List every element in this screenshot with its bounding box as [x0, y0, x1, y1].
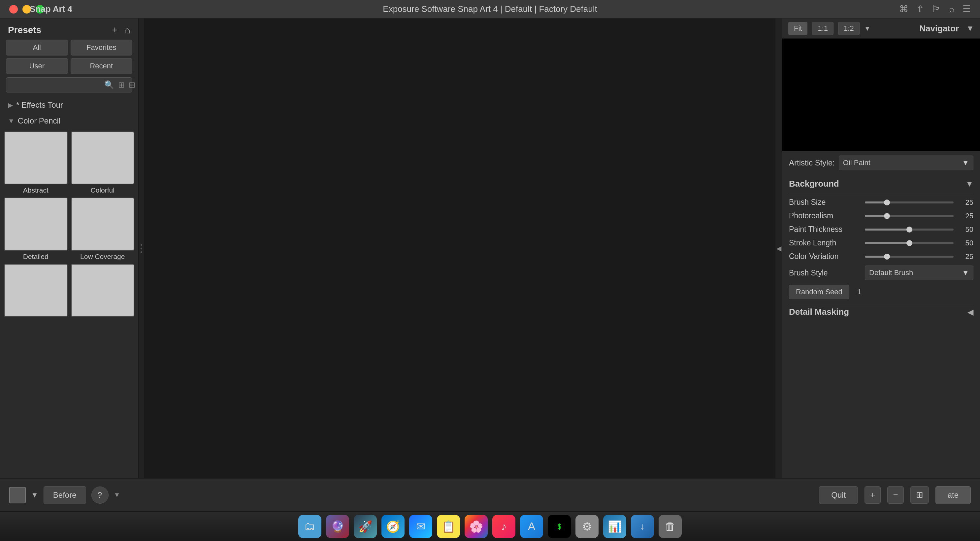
color-variation-fill	[865, 255, 887, 258]
brush-style-select[interactable]: Default Brush ▼	[865, 265, 974, 280]
resize-handle-left[interactable]	[138, 19, 144, 478]
resize-dot-1	[140, 244, 142, 246]
grid-collapse-icon[interactable]: ⊞	[118, 80, 125, 89]
zoom-1-2-button[interactable]: 1:2	[838, 22, 859, 35]
brush-size-thumb[interactable]	[884, 199, 890, 206]
resize-dot-2	[140, 248, 142, 249]
zoom-1-1-button[interactable]: 1:1	[812, 22, 834, 35]
preset-detailed[interactable]: Detailed	[4, 198, 68, 260]
close-button[interactable]	[9, 5, 18, 14]
photorealism-thumb[interactable]	[884, 213, 890, 219]
preset-colorful[interactable]: Colorful	[71, 131, 135, 194]
dock-rocketship[interactable]: 🚀	[354, 515, 377, 538]
stroke-length-track[interactable]	[865, 242, 954, 244]
brush-size-track[interactable]	[865, 201, 954, 203]
before-button[interactable]: Before	[43, 486, 86, 504]
preset-thumb-6	[71, 264, 135, 317]
tree-label-effects-tour: * Effects Tour	[16, 101, 130, 110]
script-icon[interactable]: ⌘	[899, 4, 908, 14]
grid-button[interactable]: ⊞	[910, 486, 929, 504]
swatch-arrow[interactable]: ▼	[31, 491, 38, 500]
preset-item-6[interactable]	[71, 264, 135, 319]
tree-item-effects-tour[interactable]: ▶ * Effects Tour	[0, 97, 138, 113]
paint-thickness-track[interactable]	[865, 228, 954, 231]
zoom-fit-button[interactable]: Fit	[788, 22, 807, 35]
grid-view-icon[interactable]: ⊟	[129, 80, 135, 89]
quit-button[interactable]: Quit	[819, 486, 858, 504]
canvas-area	[144, 19, 775, 478]
detail-masking-arrow[interactable]: ◀	[967, 308, 974, 317]
help-dropdown-arrow[interactable]: ▼	[114, 491, 121, 499]
search-magnifier-icon[interactable]: 🔍	[104, 80, 114, 89]
preset-abstract[interactable]: Abstract	[4, 131, 68, 194]
random-seed-button[interactable]: Random Seed	[789, 285, 850, 299]
brush-size-row: Brush Size 25	[789, 198, 974, 207]
navigator-expand-icon[interactable]: ▼	[966, 24, 974, 33]
artistic-style-select[interactable]: Oil Paint ▼	[839, 156, 974, 170]
window-title: Exposure Software Snap Art 4 | Default |…	[383, 4, 597, 14]
dock-mail[interactable]: ✉	[409, 515, 432, 538]
brush-style-value: Default Brush	[869, 268, 913, 277]
filter-favorites-button[interactable]: Favorites	[71, 40, 133, 56]
tree-arrow-effects-tour: ▶	[8, 101, 13, 109]
navigator-preview	[782, 39, 980, 151]
dock-music[interactable]: ♪	[492, 515, 515, 538]
paint-thickness-value: 50	[957, 225, 974, 234]
dock-siri[interactable]: 🔮	[326, 515, 349, 538]
tree-arrow-color-pencil: ▼	[8, 117, 14, 125]
tree-item-color-pencil[interactable]: ▼ Color Pencil	[0, 113, 138, 129]
dock-appstore[interactable]: A	[520, 515, 543, 538]
dock-photos[interactable]: 🌸	[465, 515, 488, 538]
navigator-header: Fit 1:1 1:2 ▼ Navigator ▼	[782, 19, 980, 39]
filter-user-button[interactable]: User	[6, 58, 68, 74]
right-panel-collapse[interactable]: ◀	[775, 19, 782, 478]
stroke-length-thumb[interactable]	[907, 240, 912, 246]
dock-notes[interactable]: 📋	[437, 515, 460, 538]
paint-thickness-row: Paint Thickness 50	[789, 225, 974, 234]
dock-safari[interactable]: 🧭	[382, 515, 404, 538]
preset-thumb-detailed	[4, 198, 68, 251]
preset-thumb-abstract	[4, 131, 68, 184]
zoom-dropdown-arrow[interactable]: ▼	[864, 25, 871, 32]
dock-terminal[interactable]: $	[548, 515, 571, 538]
artistic-style-label: Artistic Style:	[789, 158, 835, 168]
save-button[interactable]: ate	[935, 486, 971, 504]
color-variation-label: Color Variation	[789, 252, 862, 261]
color-variation-track[interactable]	[865, 255, 954, 258]
menu-icon[interactable]: ☰	[963, 4, 971, 14]
dock-keynote[interactable]: 📊	[603, 515, 626, 538]
photorealism-track[interactable]	[865, 215, 954, 217]
photorealism-label: Photorealism	[789, 211, 862, 220]
minus-button[interactable]: −	[887, 486, 904, 504]
titlebar-right-icons: ⌘ ⇧ 🏳 ⌕ ☰	[899, 4, 971, 14]
navigator-title: Navigator	[919, 24, 959, 34]
controls-area: Artistic Style: Oil Paint ▼ Background ▼…	[782, 151, 980, 478]
brush-size-value: 25	[957, 198, 974, 207]
add-button[interactable]: +	[864, 486, 881, 504]
switch-icon[interactable]: ⇧	[916, 4, 924, 14]
paint-thickness-label: Paint Thickness	[789, 225, 862, 234]
brush-style-arrow: ▼	[962, 268, 969, 277]
background-section-arrow[interactable]: ▼	[966, 179, 974, 188]
preset-low-coverage[interactable]: Low Coverage	[71, 198, 135, 260]
dock-downloads[interactable]: ↓	[631, 515, 654, 538]
filter-recent-button[interactable]: Recent	[71, 58, 133, 74]
stroke-length-value: 50	[957, 239, 974, 247]
color-variation-value: 25	[957, 252, 974, 261]
artistic-style-value: Oil Paint	[843, 158, 870, 167]
dock-system-preferences[interactable]: ⚙	[576, 515, 598, 538]
panel-header: Presets + ⌂	[0, 19, 138, 40]
dock-trash[interactable]: 🗑	[659, 515, 682, 538]
search-icon[interactable]: ⌕	[949, 4, 955, 14]
preset-item-5[interactable]	[4, 264, 68, 319]
home-button[interactable]: ⌂	[124, 24, 130, 36]
color-variation-thumb[interactable]	[884, 254, 890, 260]
help-button[interactable]: ?	[91, 487, 108, 504]
detail-masking-header: Detail Masking ◀	[789, 304, 974, 320]
search-input[interactable]	[10, 81, 101, 89]
paint-thickness-thumb[interactable]	[907, 227, 912, 233]
filter-all-button[interactable]: All	[6, 40, 68, 56]
color-swatch[interactable]	[9, 487, 26, 503]
add-preset-button[interactable]: +	[112, 24, 118, 36]
dock-finder[interactable]: 🗂	[298, 515, 321, 538]
